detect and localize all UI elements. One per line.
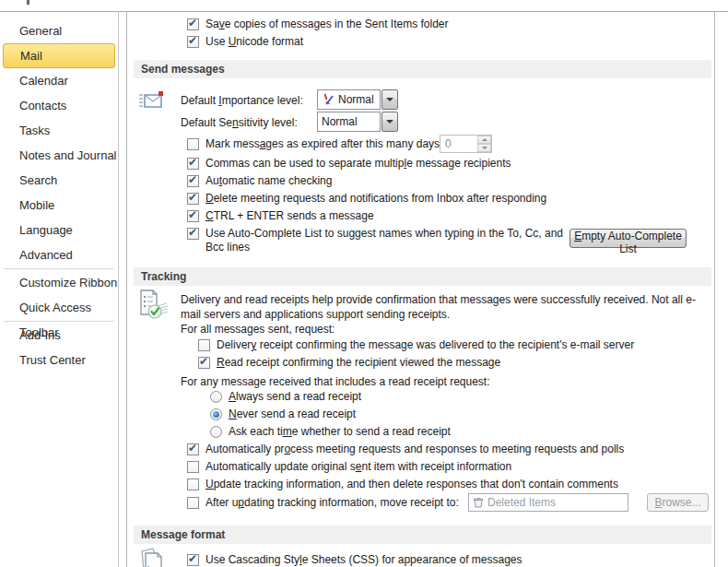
sidebar-item-trust-center[interactable]: Trust Center xyxy=(0,348,118,372)
automatic-name-checking-label: Automatic name checking xyxy=(205,174,332,188)
always-send-radio[interactable] xyxy=(210,391,222,403)
delivery-receipt-row[interactable]: Delivery receipt confirming the message … xyxy=(198,338,634,352)
deleted-items-folder-icon xyxy=(473,497,484,508)
browse-button: Browse... xyxy=(647,493,709,512)
read-receipt-label: Read receipt confirming the recipient vi… xyxy=(217,356,500,370)
ctrl-enter-label: CTRL + ENTER sends a message xyxy=(205,209,374,223)
save-copies-checkbox[interactable] xyxy=(187,18,199,30)
never-send-radio[interactable] xyxy=(210,408,222,420)
delivery-receipt-checkbox[interactable] xyxy=(198,339,210,351)
update-tracking-delete-row[interactable]: Update tracking information, and then de… xyxy=(187,478,618,491)
use-css-checkbox[interactable] xyxy=(187,554,199,566)
auto-process-meetings-checkbox[interactable] xyxy=(187,443,199,455)
delivery-receipt-label: Delivery receipt confirming the message … xyxy=(217,338,634,352)
triangle-down-icon xyxy=(482,147,487,149)
autocomplete-checkbox[interactable] xyxy=(187,228,199,240)
send-messages-section-header: Send messages xyxy=(134,60,711,78)
use-unicode-checkbox[interactable] xyxy=(187,36,199,48)
move-receipt-target-field: Deleted Items xyxy=(468,493,628,512)
sensitivity-combo-field[interactable]: Normal xyxy=(317,112,381,132)
commas-separator-checkbox[interactable] xyxy=(187,158,199,170)
auto-update-sent-item-row[interactable]: Automatically update original sent item … xyxy=(187,460,511,474)
expire-days-checkbox[interactable] xyxy=(187,138,199,150)
tracking-description: Delivery and read receipts help provide … xyxy=(181,292,711,322)
save-copies-row[interactable]: Save copies of messages in the Sent Item… xyxy=(187,18,448,31)
move-receipt-label: After updating tracking information, mov… xyxy=(205,496,459,510)
expire-days-label: Mark messages as expired after this many… xyxy=(205,137,442,151)
always-send-read-receipt-row[interactable]: Always send a read receipt xyxy=(210,390,361,404)
importance-combo-field[interactable]: Normal xyxy=(317,89,381,110)
sidebar-item-mobile[interactable]: Mobile xyxy=(0,193,118,218)
sidebar-item-language[interactable]: Language xyxy=(0,218,118,242)
ask-each-time-radio[interactable] xyxy=(210,426,222,438)
expire-days-row[interactable]: Mark messages as expired after this many… xyxy=(187,137,442,151)
auto-update-sent-item-label: Automatically update original sent item … xyxy=(205,460,511,474)
ctrl-enter-checkbox[interactable] xyxy=(187,210,199,222)
move-receipt-checkbox[interactable] xyxy=(187,497,199,509)
ctrl-enter-row[interactable]: CTRL + ENTER sends a message xyxy=(187,209,374,223)
spin-up-button xyxy=(477,136,491,144)
commas-separator-row[interactable]: Commas can be used to separate multiple … xyxy=(187,157,511,171)
automatic-name-checking-row[interactable]: Automatic name checking xyxy=(187,174,332,188)
chevron-down-icon xyxy=(386,98,393,101)
use-unicode-label: Use Unicode format xyxy=(205,35,303,49)
importance-level-combo: Normal xyxy=(317,89,398,110)
sensitivity-value: Normal xyxy=(322,115,358,128)
nav-separator xyxy=(4,268,114,269)
sidebar-item-quick-access-toolbar[interactable]: Quick Access Toolbar xyxy=(0,295,118,320)
importance-level-label: Default Importance level: xyxy=(181,94,303,108)
delete-meeting-requests-checkbox[interactable] xyxy=(187,193,199,205)
sidebar-item-notes-and-journal[interactable]: Notes and Journal xyxy=(0,143,118,168)
sidebar-item-mail[interactable]: Mail xyxy=(3,43,115,68)
triangle-up-icon xyxy=(482,138,487,141)
importance-value: Normal xyxy=(338,93,374,106)
ask-each-time-row[interactable]: Ask each time whether to send a read rec… xyxy=(210,425,451,439)
any-message-received-label: For any message received that includes a… xyxy=(181,375,490,389)
expire-days-spinner: 0 xyxy=(440,135,492,153)
read-receipt-row[interactable]: Read receipt confirming the recipient vi… xyxy=(198,356,500,370)
use-css-row[interactable]: Use Cascading Style Sheets (CSS) for app… xyxy=(187,553,523,567)
sensitivity-level-combo: Normal xyxy=(317,112,398,132)
use-css-label: Use Cascading Style Sheets (CSS) for app… xyxy=(205,553,523,567)
clipped-title-fragment xyxy=(27,0,29,5)
importance-normal-icon xyxy=(322,93,335,106)
tracking-section-header: Tracking xyxy=(134,267,711,286)
never-send-label: Never send a read receipt xyxy=(229,408,356,421)
sensitivity-dropdown-button[interactable] xyxy=(382,112,398,132)
ask-each-time-label: Ask each time whether to send a read rec… xyxy=(229,425,451,439)
message-format-icon xyxy=(136,548,164,567)
all-messages-sent-label: For all messages sent, request: xyxy=(181,323,335,337)
auto-process-meetings-row[interactable]: Automatically process meeting requests a… xyxy=(187,443,624,456)
use-unicode-row[interactable]: Use Unicode format xyxy=(187,35,303,49)
options-nav-sidebar: General Mail Calendar Contacts Tasks Not… xyxy=(0,12,119,567)
sidebar-item-customize-ribbon[interactable]: Customize Ribbon xyxy=(0,270,118,295)
sidebar-item-search[interactable]: Search xyxy=(0,168,118,193)
expire-days-value: 0 xyxy=(440,136,477,152)
autocomplete-label: Use Auto-Complete List to suggest names … xyxy=(205,227,578,254)
tracking-receipts-icon xyxy=(138,289,170,321)
spin-down-button xyxy=(477,144,491,152)
empty-autocomplete-button[interactable]: Empty Auto-Complete List xyxy=(569,229,687,248)
send-message-icon xyxy=(138,89,164,112)
save-copies-label: Save copies of messages in the Sent Item… xyxy=(205,18,448,31)
auto-update-sent-item-checkbox[interactable] xyxy=(187,461,199,473)
chevron-down-icon xyxy=(386,120,393,124)
sidebar-item-advanced[interactable]: Advanced xyxy=(0,242,118,267)
sidebar-item-general[interactable]: General xyxy=(0,18,118,43)
outlook-options-mail-page: General Mail Calendar Contacts Tasks Not… xyxy=(0,0,728,567)
mail-options-panel: Save copies of messages in the Sent Item… xyxy=(126,12,715,567)
sidebar-item-tasks[interactable]: Tasks xyxy=(0,118,118,143)
read-receipt-checkbox[interactable] xyxy=(198,357,210,369)
sidebar-item-add-ins[interactable]: Add-Ins xyxy=(0,323,118,348)
update-tracking-delete-checkbox[interactable] xyxy=(187,478,199,490)
never-send-read-receipt-row[interactable]: Never send a read receipt xyxy=(210,408,356,421)
sensitivity-level-label: Default Sensitivity level: xyxy=(181,116,298,130)
autocomplete-row[interactable]: Use Auto-Complete List to suggest names … xyxy=(187,227,579,254)
commas-separator-label: Commas can be used to separate multiple … xyxy=(205,157,511,171)
delete-meeting-requests-row[interactable]: Delete meeting requests and notification… xyxy=(187,192,546,206)
move-receipt-row[interactable]: After updating tracking information, mov… xyxy=(187,496,459,510)
automatic-name-checking-checkbox[interactable] xyxy=(187,175,199,187)
importance-dropdown-button[interactable] xyxy=(382,89,398,110)
sidebar-item-contacts[interactable]: Contacts xyxy=(0,93,118,118)
sidebar-item-calendar[interactable]: Calendar xyxy=(0,68,118,93)
